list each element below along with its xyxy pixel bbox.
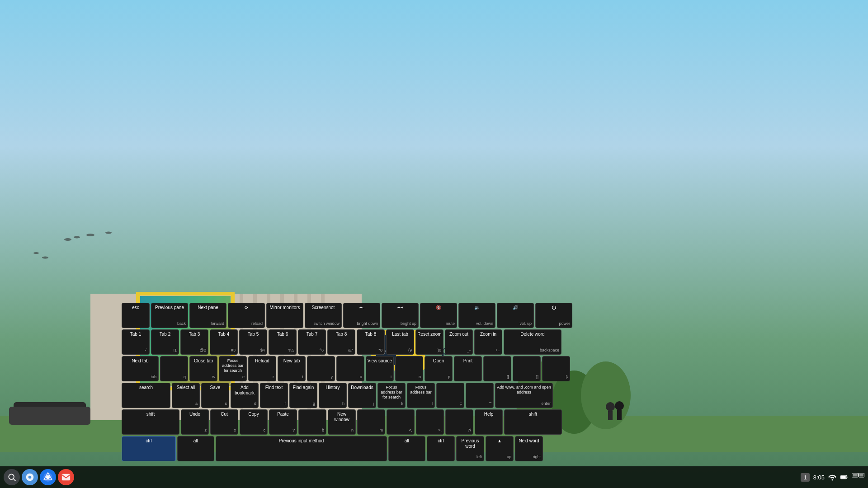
key-zoom-out[interactable]: Zoom out _-: [445, 329, 473, 355]
key-period[interactable]: >.: [416, 409, 444, 435]
svg-point-5: [42, 257, 48, 259]
key-arrow-up[interactable]: ▲ up: [486, 436, 514, 461]
key-undo[interactable]: Undo z: [181, 409, 209, 435]
key-esc[interactable]: esc: [122, 303, 150, 328]
key-bright-up[interactable]: ☀+ bright up: [382, 303, 419, 328]
key-add-bookmark[interactable]: Add bookmark d: [231, 383, 259, 408]
key-bracket-close[interactable]: }]: [513, 356, 541, 381]
svg-point-0: [64, 238, 71, 241]
key-save[interactable]: Save s: [201, 383, 229, 408]
svg-rect-28: [608, 411, 613, 420]
key-close-tab[interactable]: Close tab w: [189, 356, 217, 381]
key-quote[interactable]: '": [466, 383, 494, 408]
key-find-again[interactable]: Find again g: [289, 383, 317, 408]
key-copy[interactable]: Copy c: [240, 409, 268, 435]
key-shift-left[interactable]: shift: [122, 409, 179, 435]
svg-line-32: [14, 479, 16, 481]
key-vol-up[interactable]: 🔊 vol. up: [497, 303, 534, 328]
key-reload-r[interactable]: Reload r: [248, 356, 276, 381]
taskbar-chrome-button[interactable]: [40, 469, 56, 485]
key-search[interactable]: search: [122, 383, 170, 408]
key-focus-addr-search2[interactable]: Focus address bar for search k: [377, 383, 406, 408]
key-tab3[interactable]: Tab 3 @2: [180, 329, 208, 355]
key-bright-down[interactable]: ☀- bright down: [343, 303, 380, 328]
key-new-tab[interactable]: New tab t: [278, 356, 306, 381]
key-tab6[interactable]: Tab 6 %5: [269, 329, 297, 355]
taskbar-launcher-button[interactable]: [22, 469, 38, 485]
key-reset-zoom[interactable]: Reset zoom )0: [415, 329, 443, 355]
taskbar-search-button[interactable]: [4, 469, 20, 485]
key-delete-word[interactable]: Delete word backspace: [504, 329, 561, 355]
desktop-count-badge: 1: [801, 473, 809, 482]
key-previous-pane[interactable]: Previous pane back: [151, 303, 188, 328]
key-o[interactable]: o: [395, 356, 423, 381]
svg-point-38: [832, 479, 833, 481]
key-view-source[interactable]: View source i: [366, 356, 394, 381]
key-vol-down[interactable]: 🔉 vol. down: [458, 303, 495, 328]
taskbar-right: 1 8:05: [801, 473, 864, 482]
svg-point-2: [86, 234, 94, 236]
svg-point-27: [606, 402, 615, 411]
key-paste[interactable]: Paste v: [269, 409, 297, 435]
key-y[interactable]: y: [307, 356, 335, 381]
key-add-www[interactable]: Add www. and .com and open address enter: [495, 383, 553, 408]
key-ctrl-right[interactable]: ctrl: [427, 436, 455, 461]
key-zoom-in[interactable]: Zoom in +=: [474, 329, 502, 355]
key-next-pane[interactable]: Next pane forward: [189, 303, 226, 328]
key-space-previous-input[interactable]: Previous input method: [216, 436, 387, 461]
keyboard-row-numbers: Tab 1 ~` Tab 2 !1 Tab 3 @2 Tab 4 #3 Tab …: [122, 329, 543, 355]
key-tab5[interactable]: Tab 5 $4: [239, 329, 267, 355]
key-next-tab[interactable]: Next tab tab: [122, 356, 159, 381]
key-next-word[interactable]: Next word right: [515, 436, 543, 461]
key-history[interactable]: History h: [319, 383, 347, 408]
key-tab9[interactable]: Tab 8 *8: [357, 329, 385, 355]
key-tab7[interactable]: Tab 7 ^6: [298, 329, 326, 355]
key-focus-address-search[interactable]: Focus address bar for search e: [219, 356, 247, 381]
svg-point-4: [33, 252, 39, 254]
key-semicolon[interactable]: ;:: [436, 383, 464, 408]
svg-rect-37: [62, 474, 70, 481]
key-previous-word[interactable]: Previous word left: [456, 436, 484, 461]
key-reload[interactable]: ⟳ reload: [228, 303, 265, 328]
gmail-icon: [61, 472, 71, 482]
key-backslash[interactable]: |\: [542, 356, 570, 381]
key-select-all[interactable]: Select all a: [172, 383, 200, 408]
key-comma[interactable]: <,: [387, 409, 415, 435]
key-screenshot[interactable]: Screenshot switch window: [305, 303, 342, 328]
key-slash[interactable]: ?/: [445, 409, 473, 435]
key-focus-addr2[interactable]: Focus address bar l: [407, 383, 435, 408]
key-b[interactable]: b: [298, 409, 326, 435]
key-alt-left[interactable]: alt: [177, 436, 214, 461]
svg-rect-30: [617, 410, 622, 420]
key-alt-right[interactable]: alt: [388, 436, 425, 461]
key-q[interactable]: q: [160, 356, 188, 381]
key-find-text[interactable]: Find text f: [260, 383, 288, 408]
key-new-window[interactable]: New window n: [328, 409, 356, 435]
svg-rect-43: [853, 474, 858, 477]
key-tab4[interactable]: Tab 4 #3: [210, 329, 238, 355]
svg-point-24: [581, 361, 631, 429]
key-bracket-open[interactable]: {[: [483, 356, 511, 381]
key-cut[interactable]: Cut x: [210, 409, 238, 435]
key-u[interactable]: u: [336, 356, 364, 381]
svg-rect-45: [859, 474, 863, 477]
key-tab1[interactable]: Tab 1 ~`: [122, 329, 150, 355]
taskbar-gmail-button[interactable]: [58, 469, 74, 485]
key-tab8[interactable]: Tab 8 &7: [327, 329, 355, 355]
taskbar: 1 8:05: [0, 466, 868, 488]
key-help[interactable]: Help: [475, 409, 503, 435]
svg-rect-25: [14, 402, 86, 425]
keyboard-row-function: esc Previous pane back Next pane forward…: [122, 303, 543, 328]
key-mirror-monitors[interactable]: Mirror monitors: [266, 303, 303, 328]
key-open[interactable]: Open p: [425, 356, 453, 381]
svg-point-3: [105, 232, 112, 234]
key-downloads[interactable]: Downloads j: [348, 383, 376, 408]
key-last-tab[interactable]: Last tab (9: [386, 329, 414, 355]
key-shift-right[interactable]: shift: [504, 409, 562, 435]
key-tab2[interactable]: Tab 2 !1: [151, 329, 179, 355]
key-ctrl-left[interactable]: ctrl: [122, 436, 176, 461]
key-print[interactable]: Print: [454, 356, 482, 381]
key-power[interactable]: ⏻ power: [535, 303, 572, 328]
key-mute[interactable]: 🔇 mute: [420, 303, 457, 328]
key-m[interactable]: m: [357, 409, 385, 435]
